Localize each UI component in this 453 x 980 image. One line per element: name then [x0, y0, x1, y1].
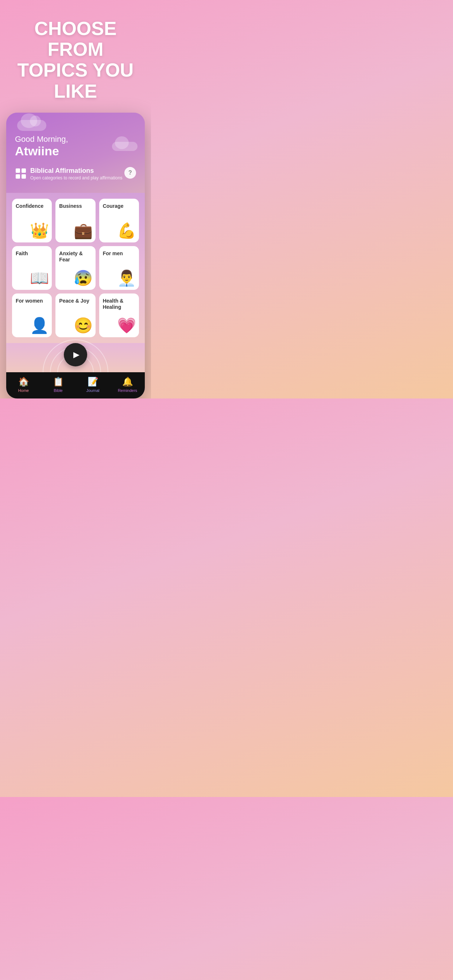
tab-journal-label: Journal	[86, 388, 99, 393]
category-card-for-men[interactable]: For men 👨‍💼	[99, 246, 139, 290]
journal-icon: 📝	[88, 377, 99, 387]
category-card-peace-joy[interactable]: Peace & Joy 😊	[56, 293, 95, 337]
grid-icon	[15, 168, 27, 180]
category-name-for-women: For women	[16, 298, 43, 304]
section-header: Biblical Affirmations Open categories to…	[15, 167, 136, 180]
cloud-decoration-1	[17, 120, 46, 131]
svg-rect-1	[22, 169, 26, 173]
category-name-courage: Courage	[103, 203, 124, 209]
category-icon-confidence: 👑	[30, 222, 49, 240]
category-card-confidence[interactable]: Confidence 👑	[12, 199, 52, 242]
category-name-business: Business	[59, 203, 82, 209]
svg-rect-2	[16, 174, 20, 179]
category-name-for-men: For men	[103, 250, 123, 257]
category-icon-for-women: 👤	[30, 317, 49, 334]
play-icon: ▶	[73, 350, 80, 360]
bible-icon: 📋	[53, 377, 64, 387]
hero-title: CHOOSE FROM TOPICS YOU LIKE	[0, 0, 151, 113]
category-name-faith: Faith	[16, 250, 28, 257]
category-card-for-women[interactable]: For women 👤	[12, 293, 52, 337]
tab-bible[interactable]: 📋 Bible	[41, 377, 75, 393]
tab-home-label: Home	[18, 388, 29, 393]
app-bottom: ▶	[6, 343, 145, 372]
tab-home[interactable]: 🏠 Home	[6, 377, 41, 393]
category-icon-health-healing: 💗	[117, 317, 136, 334]
category-icon-courage: 💪	[117, 222, 136, 240]
reminders-icon: 🔔	[122, 377, 133, 387]
category-card-faith[interactable]: Faith 📖	[12, 246, 52, 290]
tab-reminders[interactable]: 🔔 Reminders	[110, 377, 145, 393]
category-icon-faith: 📖	[30, 269, 49, 287]
category-name-health-healing: Health & Healing	[103, 298, 135, 310]
app-header: Good Morning, Atwiine Biblical Affirmati…	[6, 113, 145, 193]
category-name-anxiety-fear: Anxiety & Fear	[59, 250, 91, 263]
section-header-left: Biblical Affirmations Open categories to…	[15, 167, 123, 180]
category-name-confidence: Confidence	[16, 203, 43, 209]
category-name-peace-joy: Peace & Joy	[59, 298, 89, 304]
category-card-anxiety-fear[interactable]: Anxiety & Fear 😰	[56, 246, 95, 290]
help-button[interactable]: ?	[124, 167, 136, 179]
category-card-business[interactable]: Business 💼	[56, 199, 95, 242]
phone-frame: Good Morning, Atwiine Biblical Affirmati…	[6, 113, 145, 398]
tab-reminders-label: Reminders	[118, 388, 137, 393]
home-icon: 🏠	[18, 377, 29, 387]
category-card-health-healing[interactable]: Health & Healing 💗	[99, 293, 139, 337]
svg-rect-3	[22, 174, 26, 179]
tab-bar: 🏠 Home 📋 Bible 📝 Journal 🔔 Reminders	[6, 372, 145, 398]
categories-grid: Confidence 👑 Business 💼 Courage 💪 Faith …	[6, 193, 145, 343]
section-subtitle: Open categories to record and play affir…	[30, 175, 123, 180]
category-icon-for-men: 👨‍💼	[117, 269, 136, 287]
category-icon-peace-joy: 😊	[74, 317, 93, 334]
category-card-courage[interactable]: Courage 💪	[99, 199, 139, 242]
section-title-group: Biblical Affirmations Open categories to…	[30, 167, 123, 180]
tab-journal[interactable]: 📝 Journal	[75, 377, 110, 393]
cloud-decoration-2	[112, 142, 137, 151]
svg-rect-0	[16, 169, 20, 173]
category-icon-anxiety-fear: 😰	[74, 269, 93, 287]
play-button[interactable]: ▶	[64, 343, 87, 366]
section-title: Biblical Affirmations	[30, 167, 123, 175]
tab-bible-label: Bible	[54, 388, 62, 393]
category-icon-business: 💼	[74, 222, 93, 240]
